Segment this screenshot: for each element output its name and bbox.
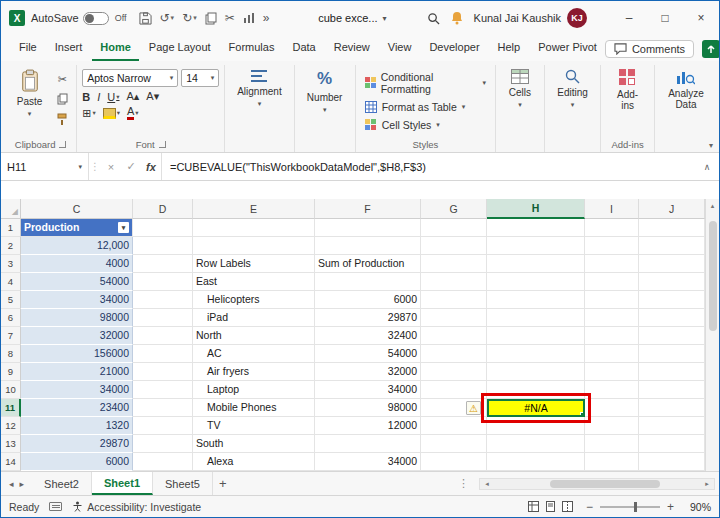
document-title[interactable]: cube exce... ▾ [318, 12, 386, 24]
format-painter-button[interactable] [53, 111, 71, 127]
name-box-dropdown-icon[interactable]: ▾ [78, 163, 82, 171]
formula-bar-handle-icon[interactable]: ⋮ [89, 153, 101, 180]
cell-C4[interactable]: 54000 [21, 273, 133, 291]
format-as-table-button[interactable]: Format as Table▾ [361, 99, 490, 115]
cell-D3[interactable] [133, 255, 193, 273]
copy-button[interactable] [53, 91, 71, 107]
row-header-1[interactable]: 1 [1, 219, 21, 237]
cell-C13[interactable]: 29870 [21, 435, 133, 453]
cell-D14[interactable] [133, 453, 193, 471]
alignment-button[interactable]: Alignment ▾ [230, 65, 288, 112]
warning-icon[interactable]: ⚠ [466, 401, 481, 415]
cell-G3[interactable] [421, 255, 487, 273]
clipboard-dialog-launcher-icon[interactable] [59, 141, 66, 148]
maximize-button[interactable]: □ [647, 1, 683, 35]
cell-E8[interactable]: AC [193, 345, 315, 363]
alert-bell-icon[interactable] [450, 11, 464, 25]
cell-C14[interactable]: 6000 [21, 453, 133, 471]
zoom-slider-thumb[interactable] [634, 502, 637, 512]
row-header-5[interactable]: 5 [1, 291, 21, 309]
cell-J11[interactable] [639, 399, 705, 417]
scroll-left-icon[interactable]: ◂ [480, 480, 494, 488]
cell-I7[interactable] [585, 327, 639, 345]
cell-D13[interactable] [133, 435, 193, 453]
chart-icon[interactable] [239, 10, 259, 26]
menu-item-formulas[interactable]: Formulas [221, 37, 283, 61]
row-header-13[interactable]: 13 [1, 435, 21, 453]
cell-I8[interactable] [585, 345, 639, 363]
cell-I13[interactable] [585, 435, 639, 453]
cell-J12[interactable] [639, 417, 705, 435]
cancel-entry-icon[interactable]: × [101, 153, 121, 180]
fill-color-button[interactable]: ▾ [103, 108, 120, 119]
sheet-tab-sheet1[interactable]: Sheet1 [92, 472, 153, 495]
cell-F14[interactable]: 34000 [315, 453, 421, 471]
cell-I6[interactable] [585, 309, 639, 327]
conditional-formatting-button[interactable]: Conditional Formatting▾ [361, 69, 490, 97]
horizontal-scrollbar[interactable]: ◂ ▸ [479, 478, 715, 490]
autosave-toggle[interactable]: AutoSave Off [31, 12, 127, 25]
cell-E7[interactable]: North [193, 327, 315, 345]
close-button[interactable]: × [683, 1, 719, 35]
cell-E10[interactable]: Laptop [193, 381, 315, 399]
cell-I2[interactable] [585, 237, 639, 255]
italic-button[interactable]: I [97, 91, 100, 103]
select-all-corner[interactable]: ◢ [1, 199, 21, 219]
formula-bar-expand-icon[interactable]: ∧ [695, 153, 719, 180]
menu-item-page-layout[interactable]: Page Layout [141, 37, 219, 61]
row-header-6[interactable]: 6 [1, 309, 21, 327]
analyze-data-button[interactable]: Analyze Data [660, 65, 712, 114]
row-header-9[interactable]: 9 [1, 363, 21, 381]
cell-C9[interactable]: 21000 [21, 363, 133, 381]
cell-G1[interactable] [421, 219, 487, 237]
cell-E11[interactable]: Mobile Phones [193, 399, 315, 417]
cell-J2[interactable] [639, 237, 705, 255]
cell-H3[interactable] [487, 255, 585, 273]
share-button[interactable] [702, 40, 720, 58]
cell-H1[interactable] [487, 219, 585, 237]
cell-C2[interactable]: 12,000 [21, 237, 133, 255]
cell-D10[interactable] [133, 381, 193, 399]
column-header-G[interactable]: G [421, 199, 487, 219]
column-header-J[interactable]: J [639, 199, 705, 219]
cell-E3[interactable]: Row Labels [193, 255, 315, 273]
cell-G12[interactable] [421, 417, 487, 435]
paste-button[interactable]: Paste ▾ [10, 65, 49, 122]
cell-E14[interactable]: Alexa [193, 453, 315, 471]
page-break-view-icon[interactable] [562, 501, 573, 512]
cell-I9[interactable] [585, 363, 639, 381]
row-header-12[interactable]: 12 [1, 417, 21, 435]
cells-button[interactable]: Cells ▾ [501, 65, 539, 113]
menu-item-power-pivot[interactable]: Power Pivot [530, 37, 605, 61]
cell-C6[interactable]: 98000 [21, 309, 133, 327]
cell-J14[interactable] [639, 453, 705, 471]
insert-function-icon[interactable]: fx [141, 153, 161, 180]
qat-overflow-icon[interactable]: » [259, 9, 274, 27]
cell-H12[interactable] [487, 417, 585, 435]
cell-C11[interactable]: 23400 [21, 399, 133, 417]
column-header-C[interactable]: C [21, 199, 133, 219]
name-box[interactable]: H11 ▾ [1, 153, 89, 180]
cell-J3[interactable] [639, 255, 705, 273]
cell-G13[interactable] [421, 435, 487, 453]
sheet-tab-sheet5[interactable]: Sheet5 [153, 472, 213, 495]
menu-item-review[interactable]: Review [326, 37, 378, 61]
scroll-right-icon[interactable]: ▸ [700, 480, 714, 488]
cell-I4[interactable] [585, 273, 639, 291]
cut-icon[interactable]: ✂ [221, 9, 239, 27]
cell-H13[interactable] [487, 435, 585, 453]
cell-F1[interactable] [315, 219, 421, 237]
grow-font-button[interactable]: A▴ [126, 90, 139, 103]
cell-F4[interactable] [315, 273, 421, 291]
cell-E9[interactable]: Air fryers [193, 363, 315, 381]
minimize-button[interactable]: – [611, 1, 647, 35]
column-header-H[interactable]: H [487, 199, 585, 219]
cell-J7[interactable] [639, 327, 705, 345]
menu-item-insert[interactable]: Insert [47, 37, 91, 61]
vertical-scroll-thumb[interactable] [709, 221, 717, 331]
cell-H6[interactable] [487, 309, 585, 327]
font-color-button[interactable]: A▾ [127, 106, 139, 120]
cell-G11[interactable]: ⚠ [421, 399, 487, 417]
scroll-up-icon[interactable]: ▴ [706, 199, 720, 213]
cell-F12[interactable]: 12000 [315, 417, 421, 435]
